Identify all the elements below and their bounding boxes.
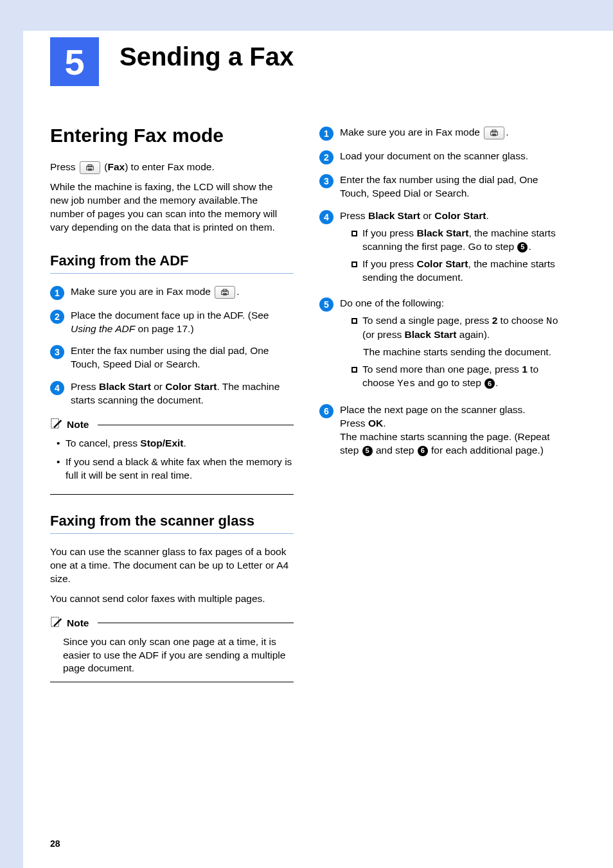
- subsection-faxing-adf: Faxing from the ADF: [50, 252, 294, 274]
- square-bullet-icon: [351, 261, 357, 267]
- fax-button-icon: [80, 161, 100, 174]
- square-bullet-icon: [351, 231, 357, 236]
- note-text: Since you can only scan one page at a ti…: [50, 635, 294, 676]
- svg-rect-10: [492, 134, 496, 136]
- left-column: Entering Fax mode Press (Fax) to enter F…: [50, 122, 294, 829]
- note-label: Note: [67, 419, 89, 430]
- note-block: Note To cancel, press Stop/Exit. If you …: [50, 418, 294, 495]
- step-1: 1 Make sure you are in Fax mode .: [319, 126, 563, 141]
- step-badge: 3: [50, 345, 64, 359]
- square-bullet-icon: [351, 367, 357, 373]
- svg-rect-2: [88, 168, 92, 171]
- step-3: 3 Enter the fax number using the dial pa…: [319, 173, 563, 200]
- page-number: 28: [50, 838, 60, 849]
- step-ref-icon: 6: [484, 378, 495, 389]
- subsection-faxing-scanner-glass: Faxing from the scanner glass: [50, 513, 294, 534]
- bullet-subtext: The machine starts sending the document.: [363, 346, 563, 359]
- note-icon: [50, 616, 63, 630]
- paragraph: Press (Fax) to enter Fax mode.: [50, 161, 294, 174]
- fax-button-icon: [215, 286, 235, 299]
- bullet-item: If you press Color Start, the machine st…: [351, 258, 563, 285]
- bullet-item: To send more than one page, press 1 to c…: [351, 363, 563, 391]
- step-badge: 4: [319, 210, 333, 224]
- step-ref-icon: 5: [517, 242, 528, 252]
- step-badge: 5: [319, 297, 333, 312]
- step-badge: 2: [50, 310, 64, 324]
- paragraph: You can use the scanner glass to fax pag…: [50, 545, 294, 586]
- step-ref-icon: 6: [418, 446, 428, 456]
- step-2: 2 Load your document on the scanner glas…: [319, 150, 563, 164]
- fax-button-icon: [484, 127, 504, 139]
- note-icon: [50, 418, 63, 432]
- step-badge: 3: [319, 174, 333, 188]
- note-item: If you send a black & white fax when the…: [57, 456, 294, 483]
- step-badge: 1: [50, 286, 64, 300]
- note-label: Note: [67, 617, 89, 629]
- step-6: 6 Place the next page on the scanner gla…: [319, 403, 563, 457]
- step-badge: 6: [319, 404, 333, 418]
- step-4: 4 Press Black Start or Color Start. If y…: [319, 209, 563, 288]
- step-2: 2 Place the document face up in the ADF.…: [50, 309, 294, 336]
- paragraph: You cannot send color faxes with multipl…: [50, 592, 294, 606]
- note-item: To cancel, press Stop/Exit.: [57, 437, 294, 450]
- note-block: Note Since you can only scan one page at…: [50, 616, 294, 683]
- step-badge: 2: [319, 150, 333, 164]
- step-4: 4 Press Black Start or Color Start. The …: [50, 380, 294, 407]
- right-column: 1 Make sure you are in Fax mode . 2 Load…: [319, 122, 563, 829]
- page-top-bar: [0, 0, 613, 31]
- chapter-number-box: 5: [50, 37, 99, 86]
- step-3: 3 Enter the fax number using the dial pa…: [50, 344, 294, 371]
- square-bullet-icon: [351, 318, 357, 324]
- paragraph: While the machine is faxing, the LCD wil…: [50, 181, 294, 235]
- svg-rect-9: [492, 130, 496, 132]
- page-accent-strip: [0, 0, 23, 868]
- chapter-title: Sending a Fax: [120, 42, 294, 71]
- section-heading-entering-fax-mode: Entering Fax mode: [50, 125, 294, 146]
- step-badge: 1: [319, 127, 333, 141]
- svg-rect-5: [223, 293, 227, 296]
- step-ref-icon: 5: [362, 446, 373, 456]
- step-5: 5 Do one of the following: To send a sin…: [319, 297, 563, 394]
- bullet-item: If you press Black Start, the machine st…: [351, 227, 563, 254]
- step-badge: 4: [50, 381, 64, 395]
- step-1: 1 Make sure you are in Fax mode .: [50, 285, 294, 300]
- bullet-item: To send a single page, press 2 to choose…: [351, 314, 563, 342]
